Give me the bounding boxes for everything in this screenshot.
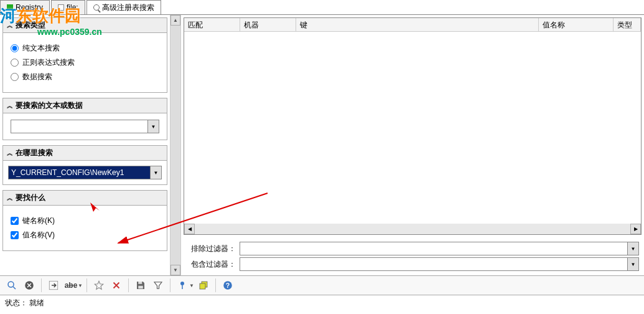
save-icon: [135, 280, 146, 291]
delete-button[interactable]: [108, 277, 124, 293]
scroll-right-icon[interactable]: ▶: [630, 224, 641, 234]
stop-button[interactable]: [21, 277, 37, 293]
help-icon: ?: [222, 280, 233, 291]
collapse-icon: ︽: [7, 102, 13, 110]
tab-label: Registry: [16, 3, 43, 12]
group-header[interactable]: ︽ 要搜索的文本或数据: [3, 98, 167, 113]
star-icon: [93, 280, 105, 291]
results-table: 匹配 机器 键 值名称 类型 ◀ ▶: [184, 17, 642, 235]
pin-icon: [177, 280, 188, 291]
col-valuename[interactable]: 值名称: [539, 18, 614, 31]
windows-icon: [198, 280, 209, 291]
collapse-icon: ︽: [7, 149, 13, 158]
search-text-combo[interactable]: ▼: [11, 120, 159, 133]
scrollbar-horizontal[interactable]: ◀ ▶: [184, 224, 641, 234]
search-where-combo[interactable]: Y_CURRENT_CONFIG\NewKey1 ▼: [8, 166, 162, 179]
tab-label: 高级注册表搜索: [102, 2, 154, 13]
table-body: [184, 32, 641, 224]
scrollbar-vertical[interactable]: ▲ ▼: [170, 15, 180, 275]
group-search-type: ︽ 搜索类型 纯文本搜索 正则表达式搜索 数据搜索: [2, 17, 167, 93]
filter-panel: 排除过滤器： ▼ 包含过滤器： ▼: [181, 237, 644, 275]
group-search-text: ︽ 要搜索的文本或数据 ▼: [2, 98, 167, 140]
exclude-filter-combo[interactable]: ▼: [240, 242, 639, 255]
group-search-where: ︽ 在哪里搜索 Y_CURRENT_CONFIG\NewKey1 ▼: [2, 145, 167, 185]
dropdown-icon[interactable]: ▼: [189, 283, 194, 288]
favorite-button[interactable]: [91, 277, 107, 293]
group-header[interactable]: ︽ 在哪里搜索: [3, 146, 167, 161]
status-value: 就绪: [29, 298, 44, 307]
svg-rect-5: [138, 282, 142, 284]
status-bar: 状态： 就绪: [0, 295, 644, 311]
delete-icon: [111, 280, 122, 291]
dropdown-icon[interactable]: ▼: [147, 120, 159, 133]
dropdown-icon[interactable]: ▼: [78, 283, 83, 288]
radio-data[interactable]: 数据搜索: [11, 72, 159, 82]
check-keyname[interactable]: 键名称(K): [11, 216, 159, 226]
group-title: 要找什么: [16, 193, 45, 203]
svg-point-7: [180, 282, 184, 285]
collapse-icon: ︽: [7, 21, 13, 30]
registry-icon: [7, 4, 13, 11]
status-label: 状态：: [5, 298, 27, 307]
scroll-up-icon[interactable]: ▲: [170, 15, 180, 26]
dropdown-icon[interactable]: ▼: [627, 258, 638, 270]
toolbar: abe ▼ ▼ ?: [0, 275, 644, 295]
include-filter-combo[interactable]: ▼: [240, 257, 639, 271]
tab-advanced-search[interactable]: 高级注册表搜索: [86, 0, 161, 14]
check-valuename[interactable]: 值名称(V): [11, 230, 159, 240]
magnifier-icon: [6, 280, 17, 291]
pin-button[interactable]: [174, 277, 190, 293]
goto-button[interactable]: [45, 277, 62, 293]
filter-button[interactable]: [150, 277, 166, 293]
radio-plaintext[interactable]: 纯文本搜索: [11, 43, 159, 54]
svg-line-2: [13, 287, 16, 289]
col-match[interactable]: 匹配: [184, 18, 240, 31]
svg-rect-6: [138, 286, 143, 289]
group-header[interactable]: ︽ 要找什么: [3, 191, 167, 206]
col-type[interactable]: 类型: [614, 18, 641, 31]
collapse-icon: ︽: [7, 194, 13, 202]
tab-registry[interactable]: Registry: [0, 0, 50, 14]
windows-button[interactable]: [195, 277, 212, 293]
left-panel: ︽ 搜索类型 纯文本搜索 正则表达式搜索 数据搜索 ︽ 要搜索的文本或数据: [0, 15, 180, 275]
include-filter-label: 包含过滤器：: [186, 259, 236, 270]
file-icon: [58, 4, 64, 11]
scroll-down-icon[interactable]: ▼: [170, 265, 180, 275]
svg-point-1: [8, 282, 14, 287]
right-panel: 匹配 机器 键 值名称 类型 ◀ ▶ 排除过滤器： ▼ 包: [180, 15, 644, 275]
svg-text:?: ?: [226, 282, 230, 289]
exclude-filter-label: 排除过滤器：: [186, 244, 236, 254]
tab-file[interactable]: file:: [51, 0, 85, 14]
group-title: 要搜索的文本或数据: [16, 100, 83, 111]
col-machine[interactable]: 机器: [240, 18, 296, 31]
group-search-what: ︽ 要找什么 键名称(K) 值名称(V): [2, 190, 167, 251]
svg-rect-10: [200, 283, 205, 289]
radio-regex[interactable]: 正则表达式搜索: [11, 57, 159, 68]
col-key[interactable]: 键: [296, 18, 539, 31]
help-button[interactable]: ?: [220, 277, 236, 293]
scroll-left-icon[interactable]: ◀: [184, 224, 195, 234]
search-icon: [93, 4, 100, 11]
group-header[interactable]: ︽ 搜索类型: [3, 18, 167, 33]
tab-bar: Registry file: 高级注册表搜索: [0, 0, 644, 15]
group-title: 在哪里搜索: [16, 148, 53, 158]
funnel-icon: [152, 280, 164, 291]
dropdown-icon[interactable]: ▼: [150, 166, 161, 179]
tab-label: file:: [67, 3, 78, 12]
replace-button[interactable]: abe: [63, 277, 79, 293]
stop-icon: [24, 280, 35, 291]
arrow-right-icon: [48, 280, 59, 291]
search-button[interactable]: [4, 277, 20, 293]
replace-icon: abe: [65, 281, 78, 290]
group-title: 搜索类型: [16, 20, 45, 31]
dropdown-icon[interactable]: ▼: [627, 242, 638, 255]
save-button[interactable]: [133, 277, 149, 293]
table-header: 匹配 机器 键 值名称 类型: [184, 18, 641, 32]
